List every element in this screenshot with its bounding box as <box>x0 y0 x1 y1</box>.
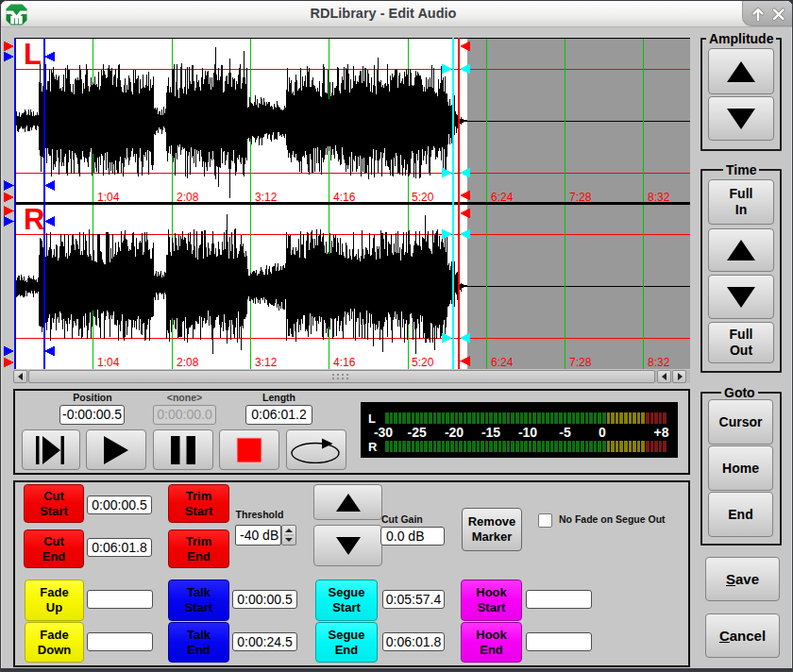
svg-text:-30: -30 <box>374 425 393 440</box>
svg-text:-10: -10 <box>518 425 537 440</box>
svg-text:R: R <box>368 440 378 454</box>
svg-text:L: L <box>368 412 376 426</box>
svg-text:-5: -5 <box>559 425 571 440</box>
svg-text:-25: -25 <box>407 425 426 440</box>
svg-text:8:32: 8:32 <box>648 356 670 369</box>
svg-text:3:12: 3:12 <box>255 356 278 369</box>
svg-text:+8: +8 <box>654 425 669 440</box>
svg-text:L: L <box>24 38 42 71</box>
svg-text:R: R <box>24 203 44 236</box>
svg-text:6:24: 6:24 <box>491 356 514 369</box>
svg-text:5:20: 5:20 <box>412 191 434 204</box>
svg-text:0: 0 <box>599 425 606 440</box>
svg-text:2:08: 2:08 <box>177 356 199 369</box>
svg-text:4:16: 4:16 <box>333 356 356 369</box>
svg-text:7:28: 7:28 <box>569 356 592 369</box>
svg-text:8:32: 8:32 <box>648 191 670 204</box>
svg-text:4:16: 4:16 <box>333 191 356 204</box>
svg-text:1:04: 1:04 <box>97 356 120 369</box>
svg-text:3:12: 3:12 <box>255 191 278 204</box>
svg-text:-15: -15 <box>481 425 500 440</box>
svg-text:5:20: 5:20 <box>412 356 434 369</box>
svg-text:6:24: 6:24 <box>491 191 514 204</box>
svg-text:7:28: 7:28 <box>569 191 592 204</box>
svg-text:-20: -20 <box>445 425 464 440</box>
svg-text:1:04: 1:04 <box>97 191 120 204</box>
svg-text:2:08: 2:08 <box>177 191 199 204</box>
